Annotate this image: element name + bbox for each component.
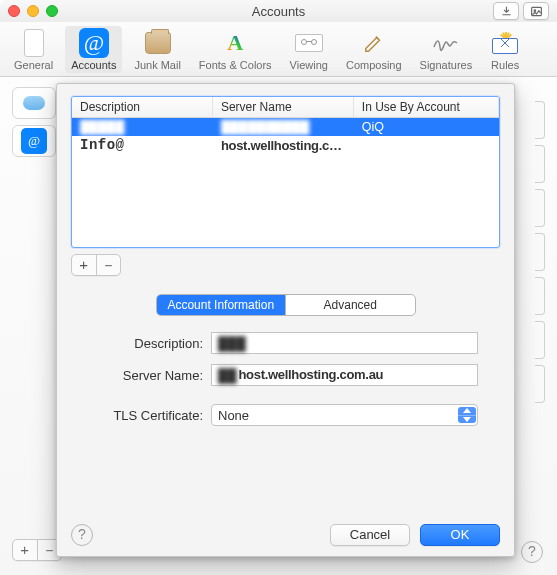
cell-description: Info@ bbox=[72, 136, 213, 154]
toolbar-accounts-label: Accounts bbox=[71, 59, 116, 71]
titlebar: Accounts bbox=[0, 0, 557, 22]
toolbar-composing[interactable]: Composing bbox=[340, 26, 408, 73]
cancel-button[interactable]: Cancel bbox=[330, 524, 410, 546]
description-value: ███ bbox=[218, 336, 246, 351]
composing-icon bbox=[359, 28, 389, 58]
remove-server-button[interactable]: － bbox=[97, 255, 121, 275]
toolbar-viewing-label: Viewing bbox=[290, 59, 328, 71]
sheet-help-button[interactable]: ? bbox=[71, 524, 93, 546]
cell-account: QiQ bbox=[354, 119, 499, 135]
cell-server: ██████████ bbox=[213, 119, 354, 135]
tls-label: TLS Certificate: bbox=[93, 408, 211, 423]
at-sign-icon: @ bbox=[21, 128, 47, 154]
content-area: @ + － ? Description Server Name In Use B… bbox=[0, 77, 557, 575]
toolbar-rules-label: Rules bbox=[491, 59, 519, 71]
preferences-toolbar: General @ Accounts Junk Mail A Fonts & C… bbox=[0, 22, 557, 77]
signatures-icon bbox=[431, 28, 461, 58]
add-server-button[interactable]: + bbox=[72, 255, 97, 275]
tls-value: None bbox=[218, 408, 249, 423]
toolbar-general[interactable]: General bbox=[8, 26, 59, 73]
junk-icon bbox=[145, 32, 171, 54]
toolbar-composing-label: Composing bbox=[346, 59, 402, 71]
smtp-server-sheet: Description Server Name In Use By Accoun… bbox=[56, 83, 515, 557]
col-server-name[interactable]: Server Name bbox=[213, 97, 354, 117]
toolbar-junk[interactable]: Junk Mail bbox=[128, 26, 186, 73]
toolbar-signatures-label: Signatures bbox=[420, 59, 473, 71]
server-name-input[interactable]: ██host.wellhosting.com.au bbox=[211, 364, 478, 386]
col-in-use[interactable]: In Use By Account bbox=[354, 97, 499, 117]
table-header: Description Server Name In Use By Accoun… bbox=[72, 97, 499, 118]
info-tabs: Account Information Advanced bbox=[156, 294, 416, 316]
cell-account bbox=[354, 144, 499, 146]
server-table[interactable]: Description Server Name In Use By Accoun… bbox=[71, 96, 500, 248]
window-help-button[interactable]: ? bbox=[521, 541, 543, 563]
cloud-icon bbox=[23, 96, 45, 110]
rules-icon bbox=[492, 32, 518, 54]
table-row[interactable]: Info@ host.wellhosting.com.au bbox=[72, 136, 499, 154]
general-icon bbox=[24, 29, 44, 57]
table-plus-minus: + － bbox=[71, 254, 121, 276]
ok-button[interactable]: OK bbox=[420, 524, 500, 546]
cell-server: host.wellhosting.com.au bbox=[213, 137, 354, 154]
sidebar-add-button[interactable]: + bbox=[13, 540, 38, 560]
toolbar-general-label: General bbox=[14, 59, 53, 71]
cell-description: █████ bbox=[72, 119, 213, 135]
toolbar-signatures[interactable]: Signatures bbox=[414, 26, 479, 73]
toolbar-fonts[interactable]: A Fonts & Colors bbox=[193, 26, 278, 73]
right-tab-stubs bbox=[535, 101, 545, 533]
toolbar-rules[interactable]: Rules bbox=[484, 26, 526, 73]
description-label: Description: bbox=[93, 336, 211, 351]
window-title: Accounts bbox=[0, 4, 557, 19]
server-name-label: Server Name: bbox=[93, 368, 211, 383]
col-description[interactable]: Description bbox=[72, 97, 213, 117]
toolbar-viewing[interactable]: Viewing bbox=[284, 26, 334, 73]
toolbar-accounts[interactable]: @ Accounts bbox=[65, 26, 122, 73]
at-sign-icon: @ bbox=[79, 28, 109, 58]
tls-certificate-select[interactable]: None bbox=[211, 404, 478, 426]
toolbar-fonts-label: Fonts & Colors bbox=[199, 59, 272, 71]
sidebar-item-icloud[interactable] bbox=[12, 87, 56, 119]
description-input[interactable]: ███ bbox=[211, 332, 478, 354]
table-row[interactable]: █████ ██████████ QiQ bbox=[72, 118, 499, 136]
account-info-form: Description: ███ Server Name: ██host.wel… bbox=[71, 328, 500, 436]
sidebar-item-account[interactable]: @ bbox=[12, 125, 56, 157]
sheet-footer: ? Cancel OK bbox=[71, 514, 500, 546]
fonts-icon: A bbox=[227, 30, 243, 56]
viewing-icon bbox=[295, 34, 323, 52]
tab-account-information[interactable]: Account Information bbox=[157, 295, 287, 315]
server-name-value: host.wellhosting.com.au bbox=[238, 367, 383, 382]
sidebar-plus-minus: + － bbox=[12, 539, 62, 561]
accounts-sidebar: @ bbox=[12, 87, 60, 561]
toolbar-junk-label: Junk Mail bbox=[134, 59, 180, 71]
server-name-redacted: ██ bbox=[218, 368, 236, 383]
select-stepper-icon bbox=[458, 407, 476, 423]
tab-advanced[interactable]: Advanced bbox=[286, 295, 415, 315]
